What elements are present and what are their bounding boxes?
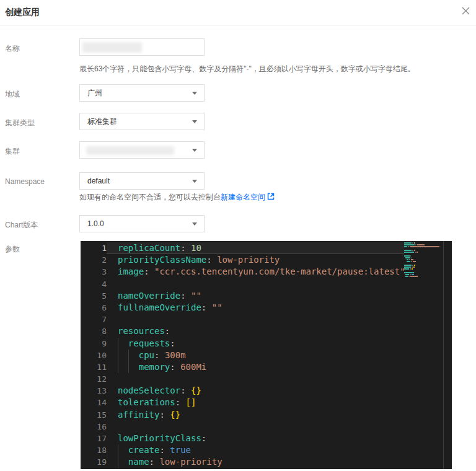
line-number: 6: [81, 302, 107, 314]
external-link-icon[interactable]: [267, 193, 275, 202]
create-app-dialog: 创建应用 名称 最长63个字符，只能包含小写字母、数字及分隔符"-"，且必须以小…: [0, 0, 476, 471]
field-label-cluster: 集群: [5, 146, 20, 157]
indent-guide: [118, 338, 118, 374]
code-line: 14tolerations: []: [81, 397, 404, 408]
line-number: 4: [81, 278, 107, 290]
chevron-down-icon: [192, 149, 197, 152]
create-namespace-link[interactable]: 新建命名空间: [221, 193, 265, 201]
name-input[interactable]: [79, 38, 205, 56]
minimap-line: [404, 265, 441, 266]
minimap-line: [404, 261, 441, 262]
namespace-select[interactable]: default: [79, 172, 205, 190]
code-line: 12: [81, 373, 404, 385]
code-text: [107, 278, 404, 290]
namespace-select-value: default: [87, 173, 110, 189]
chevron-down-icon: [192, 180, 197, 183]
code-text: [107, 314, 404, 325]
chart-version-select[interactable]: 1.0.0: [79, 215, 205, 232]
code-line: 15affinity: {}: [81, 409, 404, 421]
cluster-type-select[interactable]: 标准集群: [79, 113, 205, 130]
code-line: 11 memory: 600Mi: [81, 361, 404, 373]
code-text: replicaCount: 10: [107, 242, 404, 254]
code-text: nodeSelector: {}: [107, 385, 404, 397]
field-label-namespace: Namespace: [5, 177, 45, 186]
region-select-value: 广州: [87, 85, 102, 101]
code-text: tolerations: []: [107, 397, 404, 408]
line-number: 7: [81, 314, 107, 325]
minimap-line: [404, 268, 441, 270]
indent-guide: [118, 444, 118, 468]
code-text: create: true: [107, 444, 404, 456]
code-text: image: "ccr.ccs.tencentyun.com/tke-marke…: [107, 266, 405, 278]
redacted-value: [82, 42, 142, 53]
line-number: 9: [81, 338, 107, 350]
minimap-line: [404, 253, 441, 255]
line-number: 17: [81, 433, 107, 444]
minimap-line: [404, 274, 441, 275]
header-divider: [0, 25, 476, 25]
line-number: 16: [81, 421, 107, 433]
cluster-select[interactable]: [79, 141, 205, 159]
redacted-value: [86, 146, 174, 155]
line-number: 12: [81, 373, 107, 385]
line-number: 19: [81, 456, 107, 468]
line-number: 14: [81, 397, 107, 408]
chevron-down-icon: [192, 92, 197, 95]
minimap-line: [404, 272, 441, 273]
close-icon[interactable]: [460, 5, 471, 16]
region-select[interactable]: 广州: [79, 84, 205, 102]
field-label-cluster-type: 集群类型: [5, 118, 35, 128]
code-text: lowPriorityClass:: [107, 433, 404, 444]
code-line: 7: [81, 314, 404, 325]
indent-guide: [128, 350, 129, 373]
line-number: 13: [81, 385, 107, 397]
code-line: 8resources:: [81, 325, 404, 337]
code-line: 16: [81, 421, 404, 433]
namespace-helper-text: 如现有的命名空间不合适，您可以去控制台新建命名空间: [79, 192, 275, 203]
minimap-line: [404, 250, 441, 251]
line-number: 3: [81, 266, 107, 278]
code-line: 3image: "ccr.ccs.tencentyun.com/tke-mark…: [81, 266, 404, 278]
line-number: 5: [81, 290, 107, 302]
line-number: 8: [81, 325, 107, 337]
code-line: 1replicaCount: 10: [81, 242, 404, 254]
field-label-region: 地域: [5, 89, 20, 100]
line-number: 1: [81, 242, 107, 254]
code-line: 9 requests:: [81, 338, 404, 350]
code-line: 2priorityClassName: low-priority: [81, 254, 404, 266]
chevron-down-icon: [192, 222, 197, 226]
minimap-line: [404, 276, 441, 277]
line-number: 18: [81, 444, 107, 456]
code-line: 19 name: low-priority: [81, 456, 404, 468]
minimap-line: [404, 255, 441, 257]
code-line: 10 cpu: 300m: [81, 350, 404, 361]
code-text: memory: 600Mi: [107, 361, 404, 373]
code-line: 4: [81, 278, 404, 290]
field-label-name: 名称: [5, 43, 20, 54]
field-label-params: 参数: [5, 244, 20, 255]
code-text: [107, 421, 404, 433]
code-text: cpu: 300m: [107, 350, 404, 361]
code-text: affinity: {}: [107, 409, 404, 421]
line-number: 11: [81, 361, 107, 373]
chevron-down-icon: [192, 120, 197, 123]
code-text: nameOverride: "": [107, 290, 404, 302]
code-text: name: low-priority: [107, 456, 404, 468]
editor-minimap[interactable]: [404, 242, 441, 468]
minimap-line: [404, 259, 441, 260]
code-text: fullnameOverride: "": [107, 302, 404, 314]
code-lines: 1replicaCount: 102priorityClassName: low…: [81, 242, 404, 469]
code-line: 5nameOverride: "": [81, 290, 404, 302]
minimap-line: [404, 248, 441, 249]
yaml-code-editor[interactable]: 1replicaCount: 102priorityClassName: low…: [81, 241, 452, 469]
namespace-helper-prefix: 如现有的命名空间不合适，您可以去控制台: [79, 193, 221, 201]
code-text: requests:: [107, 338, 404, 350]
chart-version-select-value: 1.0.0: [87, 216, 104, 232]
code-line: 6fullnameOverride: "": [81, 302, 404, 314]
line-number: 10: [81, 350, 107, 361]
name-helper-text: 最长63个字符，只能包含小写字母、数字及分隔符"-"，且必须以小写字母开头，数字…: [79, 64, 415, 74]
minimap-line: [404, 252, 441, 253]
line-number: 15: [81, 409, 107, 421]
minimap-line: [404, 263, 441, 264]
minimap-line: [404, 246, 441, 247]
